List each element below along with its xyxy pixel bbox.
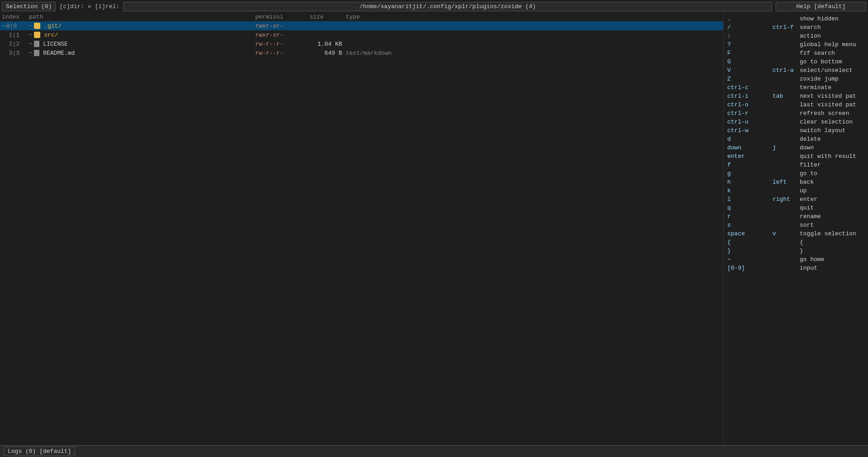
row-index-numbers: 1|1 xyxy=(2,32,19,38)
help-key: ctrl-r xyxy=(727,109,773,118)
help-row: Ffzf search xyxy=(727,49,864,57)
help-row: ~go home xyxy=(727,255,864,264)
help-entries: .show hidden/ctrl-fsearch:action?global … xyxy=(727,14,864,272)
help-key: g xyxy=(727,169,773,178)
row-type: text/markdown xyxy=(346,50,414,57)
col-header-path: path xyxy=(29,14,255,20)
help-panel: .show hidden/ctrl-fsearch:action?global … xyxy=(723,13,868,445)
help-key: ctrl-u xyxy=(727,118,773,126)
help-desc: } xyxy=(800,247,803,255)
help-row: }} xyxy=(727,247,864,255)
row-index: 1|1 xyxy=(2,32,29,38)
table-row[interactable]: 3|3─README.mdrw-r--r-649 Btext/markdown xyxy=(0,48,723,57)
help-alias xyxy=(773,100,800,109)
help-key: k xyxy=(727,186,773,195)
help-desc: switch layout xyxy=(800,126,845,135)
selection-badge: Selection (0) xyxy=(2,2,56,11)
help-key: ? xyxy=(727,40,773,49)
cursor-arrow: → xyxy=(2,23,5,29)
row-size: 1.04 KB xyxy=(310,41,346,48)
help-desc: sort xyxy=(800,221,814,229)
help-key: [0-9] xyxy=(727,264,773,272)
help-row: kup xyxy=(727,186,864,195)
help-desc: go home xyxy=(800,255,825,264)
help-desc: show hidden xyxy=(800,14,839,23)
help-row: downjdown xyxy=(727,143,864,152)
help-row: ctrl-rrefresh screen xyxy=(727,109,864,118)
row-path: ─src/ xyxy=(29,32,255,38)
help-desc: rename xyxy=(800,212,821,221)
tree-char: ─ xyxy=(29,32,32,38)
help-alias xyxy=(773,169,800,178)
help-key: space xyxy=(727,229,773,238)
help-key: r xyxy=(727,212,773,221)
help-row: ctrl-cterminate xyxy=(727,83,864,92)
row-index: 2|2 xyxy=(2,41,29,48)
help-key: q xyxy=(727,204,773,212)
help-row: ssort xyxy=(727,221,864,229)
help-desc: { xyxy=(800,238,803,247)
help-key: { xyxy=(727,238,773,247)
help-key: s xyxy=(727,221,773,229)
help-key: V xyxy=(727,66,773,75)
help-desc: last visited pat xyxy=(800,100,856,109)
table-row[interactable]: →0|0─.git/rwxr-xr- xyxy=(0,21,723,30)
help-alias xyxy=(773,255,800,264)
row-permissions: rwxr-xr- xyxy=(255,23,310,29)
help-key: ctrl-o xyxy=(727,100,773,109)
file-icon xyxy=(34,41,39,47)
help-key: down xyxy=(727,143,773,152)
folder-icon xyxy=(34,23,40,29)
logs-badge: Logs (0) [default] xyxy=(4,447,75,456)
help-row: .show hidden xyxy=(727,14,864,23)
help-key: ctrl-i xyxy=(727,92,773,100)
help-alias xyxy=(773,204,800,212)
file-name: LICENSE xyxy=(43,41,68,48)
help-key: Z xyxy=(727,75,773,83)
row-index: →0|0 xyxy=(2,23,29,29)
help-alias xyxy=(773,135,800,143)
col-header-type: type xyxy=(346,14,414,20)
row-permissions: rwxr-xr- xyxy=(255,32,310,38)
file-panel: index path permissi size type →0|0─.git/… xyxy=(0,13,723,445)
help-desc: clear selection xyxy=(800,118,853,126)
help-row: Zzoxide jump xyxy=(727,75,864,83)
row-index: 3|3 xyxy=(2,50,29,57)
col-header-size: size xyxy=(310,14,346,20)
help-alias: v xyxy=(773,229,800,238)
file-name: src/ xyxy=(44,32,58,38)
row-size: 649 B xyxy=(310,50,346,57)
help-key: ~ xyxy=(727,255,773,264)
help-desc: delete xyxy=(800,135,821,143)
current-path: /home/sayanaritjit/.config/xplr/plugins/… xyxy=(123,2,772,11)
help-alias xyxy=(773,83,800,92)
table-header: index path permissi size type xyxy=(0,13,723,21)
help-desc: filter xyxy=(800,161,821,169)
help-alias xyxy=(773,14,800,23)
row-index-numbers: 0|0 xyxy=(6,23,17,29)
table-row[interactable]: 1|1─src/rwxr-xr- xyxy=(0,30,723,39)
help-key: ctrl-w xyxy=(727,126,773,135)
help-key: ctrl-c xyxy=(727,83,773,92)
help-alias xyxy=(773,57,800,66)
help-alias: ctrl-f xyxy=(773,23,800,32)
table-row[interactable]: 2|2─LICENSErw-r--r-1.04 KB xyxy=(0,39,723,48)
tree-char: ─ xyxy=(29,41,32,47)
help-row: :action xyxy=(727,32,864,40)
help-desc: zoxide jump xyxy=(800,75,839,83)
row-path: ─.git/ xyxy=(29,23,255,29)
file-name: README.md xyxy=(43,50,75,57)
help-alias xyxy=(773,264,800,272)
help-desc: search xyxy=(800,23,821,32)
help-key: d xyxy=(727,135,773,143)
help-key: } xyxy=(727,247,773,255)
help-desc: input xyxy=(800,264,817,272)
help-desc: go to xyxy=(800,169,817,178)
help-row: ctrl-wswitch layout xyxy=(727,126,864,135)
help-row: ddelete xyxy=(727,135,864,143)
help-row: ctrl-itabnext visited pat xyxy=(727,92,864,100)
row-index-numbers: 2|2 xyxy=(2,41,19,48)
help-desc: fzf search xyxy=(800,49,835,57)
help-alias: ctrl-a xyxy=(773,66,800,75)
help-row: /ctrl-fsearch xyxy=(727,23,864,32)
